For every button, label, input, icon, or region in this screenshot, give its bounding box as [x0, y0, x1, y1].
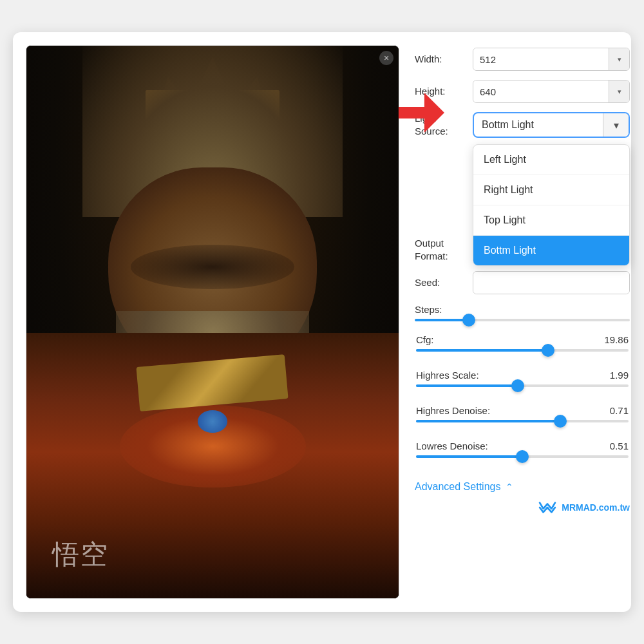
cfg-slider-fill [416, 349, 548, 352]
option-top-light[interactable]: Top Light [473, 205, 629, 236]
highres-denoise-slider-thumb[interactable] [554, 415, 567, 428]
width-input[interactable] [473, 48, 609, 70]
lowres-denoise-slider-track[interactable] [416, 455, 629, 458]
width-label: Width: [415, 53, 473, 66]
highres-scale-value: 1.99 [610, 370, 629, 381]
chevron-up-icon: ⌃ [506, 482, 513, 492]
cfg-slider-thumb[interactable] [542, 344, 554, 357]
svg-marker-0 [399, 93, 444, 133]
seed-input-group [473, 271, 630, 294]
image-panel: × [26, 45, 399, 599]
seed-control [473, 271, 630, 294]
steps-label-row: Steps: [415, 303, 630, 316]
advanced-settings-link[interactable]: Advanced Settings ⌃ [415, 481, 630, 493]
width-control: ▾ [473, 48, 630, 71]
cfg-container: Cfg: 19.86 [415, 334, 630, 359]
highres-denoise-slider-track[interactable] [416, 420, 629, 422]
seed-label: Seed: [415, 276, 473, 289]
seed-row: Seed: [415, 271, 630, 294]
lowres-denoise-slider-thumb[interactable] [516, 450, 529, 463]
highres-scale-label: Highres Scale: [416, 370, 479, 381]
close-button[interactable]: × [379, 51, 393, 65]
width-dropdown-arrow[interactable]: ▾ [609, 48, 629, 70]
width-row: Width: ▾ [415, 48, 630, 71]
bead-accent [198, 410, 227, 432]
cfg-label-row: Cfg: 19.86 [416, 334, 629, 345]
advanced-settings-label: Advanced Settings [415, 481, 500, 493]
watermark: 悟空 [52, 536, 109, 573]
mrmad-brand-name: MRMAD.com.tw [562, 502, 630, 513]
steps-slider-track[interactable] [415, 319, 630, 321]
cfg-value: 19.86 [604, 334, 629, 345]
highres-scale-slider-thumb[interactable] [511, 379, 524, 392]
steps-slider-thumb[interactable] [462, 314, 475, 327]
highres-scale-label-row: Highres Scale: 1.99 [416, 370, 629, 381]
highres-denoise-container: Highres Denoise: 0.71 [415, 405, 630, 430]
highres-denoise-label-row: Highres Denoise: 0.71 [416, 405, 629, 416]
mrmad-icon [538, 500, 556, 515]
arrow-svg [393, 87, 444, 138]
mrmad-logo: MRMAD.com.tw [415, 500, 630, 515]
option-bottm-light[interactable]: Bottm Light [473, 236, 629, 265]
highres-scale-slider-fill [416, 384, 518, 387]
highres-denoise-label: Highres Denoise: [416, 405, 490, 416]
highres-scale-slider-track[interactable] [416, 384, 629, 387]
seed-input[interactable] [473, 272, 629, 294]
highres-denoise-value: 0.71 [610, 405, 629, 416]
monkey-king-image: 悟空 [26, 46, 399, 598]
light-source-dropdown-menu: Left Light Right Light Top Light Bottm L… [473, 144, 630, 266]
lowres-denoise-container: Lowres Denoise: 0.51 [415, 440, 630, 466]
option-right-light[interactable]: Right Light [473, 175, 629, 205]
main-container: × [13, 32, 631, 612]
eyes-area [131, 245, 294, 289]
cfg-label: Cfg: [416, 334, 434, 345]
image-frame: × [26, 45, 399, 599]
lowres-denoise-slider-fill [416, 455, 522, 458]
output-format-label: Output Format: [415, 237, 473, 262]
lowres-denoise-label: Lowres Denoise: [416, 440, 488, 451]
lowres-denoise-value: 0.51 [610, 440, 629, 451]
cfg-slider-track[interactable] [416, 349, 629, 352]
option-left-light[interactable]: Left Light [473, 145, 629, 175]
highres-scale-container: Highres Scale: 1.99 [415, 370, 630, 395]
red-arrow-annotation [393, 87, 638, 141]
width-input-group: ▾ [473, 48, 630, 71]
steps-section: Steps: [415, 303, 630, 329]
highres-denoise-slider-fill [416, 420, 560, 422]
steps-slider-fill [415, 319, 469, 321]
